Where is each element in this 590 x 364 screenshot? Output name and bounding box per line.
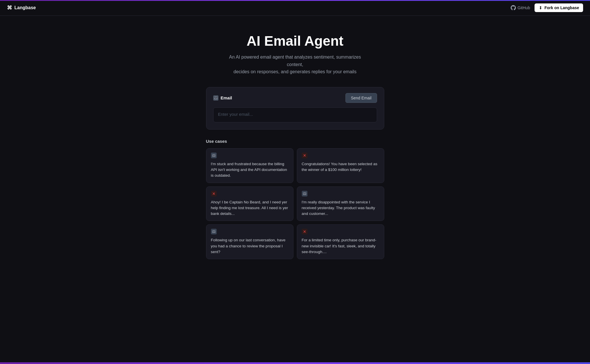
github-link[interactable]: GitHub (511, 5, 530, 10)
use-case-icon-1 (302, 153, 308, 158)
logo-text: Langbase (14, 5, 36, 10)
use-case-text-0: I'm stuck and frustrated because the bil… (211, 161, 289, 179)
use-case-icon-2 (211, 191, 217, 197)
email-label: Email (213, 95, 232, 101)
use-case-icon-3 (302, 191, 308, 197)
use-case-icon-5 (302, 229, 308, 234)
use-case-card-5[interactable]: For a limited time only, purchase our br… (297, 224, 384, 259)
use-cases-title: Use cases (206, 139, 384, 144)
use-case-text-3: I'm really disappointed with the service… (302, 199, 379, 217)
use-cases-grid: I'm stuck and frustrated because the bil… (206, 148, 384, 259)
use-case-icon-0 (211, 153, 217, 158)
use-case-card-1[interactable]: Congratulations! You have been selected … (297, 148, 384, 183)
email-input[interactable] (213, 107, 377, 122)
use-case-text-5: For a limited time only, purchase our br… (302, 237, 379, 255)
use-case-text-2: Ahoy! I be Captain No Beard, and I need … (211, 199, 289, 217)
page-title: AI Email Agent (247, 33, 343, 49)
fork-icon (539, 6, 543, 10)
header-right: GitHub Fork on Langbase (511, 3, 583, 12)
fork-button[interactable]: Fork on Langbase (535, 3, 583, 12)
email-label-text: Email (221, 95, 232, 100)
logo-icon: ⌘ (7, 5, 12, 11)
use-case-text-1: Congratulations! You have been selected … (302, 161, 379, 173)
fork-label: Fork on Langbase (544, 5, 579, 10)
github-icon (511, 5, 516, 10)
use-case-card-2[interactable]: Ahoy! I be Captain No Beard, and I need … (206, 186, 293, 221)
send-email-button[interactable]: Send Email (345, 93, 377, 103)
github-label: GitHub (518, 5, 530, 10)
use-case-text-4: Following up on our last conversation, h… (211, 237, 289, 255)
use-case-card-0[interactable]: I'm stuck and frustrated because the bil… (206, 148, 293, 183)
header: ⌘ Langbase GitHub Fork on Langbase (0, 0, 590, 16)
page-subtitle: An AI powered email agent that analyzes … (220, 53, 370, 76)
logo: ⌘ Langbase (7, 5, 36, 11)
use-cases-section: Use cases I'm stuck and frustrated becau… (206, 139, 384, 259)
email-card-header: Email Send Email (213, 93, 377, 103)
email-card: Email Send Email (206, 87, 384, 130)
main-content: AI Email Agent An AI powered email agent… (0, 16, 590, 271)
use-case-icon-4 (211, 229, 217, 234)
email-icon (213, 95, 218, 101)
use-case-card-4[interactable]: Following up on our last conversation, h… (206, 224, 293, 259)
use-case-card-3[interactable]: I'm really disappointed with the service… (297, 186, 384, 221)
svg-rect-0 (214, 97, 218, 99)
